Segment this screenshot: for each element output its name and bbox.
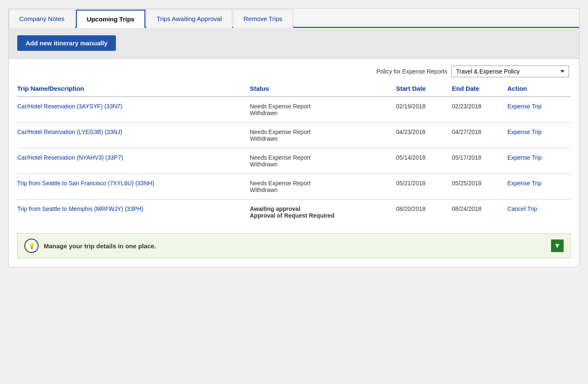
- trip-name-link[interactable]: Car/Hotel Reservation (3AYSYF) (33N7): [17, 103, 122, 110]
- trip-start-date: 02/19/2018: [396, 97, 452, 123]
- trips-table: Trip Name/Description Status Start Date …: [17, 81, 571, 225]
- tab-remove-trips[interactable]: Remove Trips: [233, 10, 293, 28]
- trip-name-link[interactable]: Trip from Seattle to Memphis (MRFWJY) (3…: [17, 205, 144, 212]
- trip-action-link[interactable]: Expense Trip: [507, 103, 542, 110]
- tab-upcoming-trips[interactable]: Upcoming Trips: [76, 10, 145, 28]
- col-header-trip-name: Trip Name/Description: [17, 81, 250, 97]
- trip-action-link[interactable]: Expense Trip: [507, 129, 542, 135]
- table-row: Trip from Seattle to Memphis (MRFWJY) (3…: [17, 200, 571, 225]
- table-row: Car/Hotel Reservation (NYAHV3) (33P7)Nee…: [17, 148, 571, 174]
- info-bar-left: 💡 Manage your trip details in one place.: [24, 239, 156, 253]
- table-row: Trip from Seattle to San Francisco (7XYL…: [17, 174, 571, 200]
- policy-label: Policy for Expense Reports: [376, 68, 447, 75]
- trip-end-date: 05/25/2018: [452, 174, 507, 200]
- trip-name-link[interactable]: Car/Hotel Reservation (LYEG3B) (33NJ): [17, 129, 122, 135]
- trip-status: Awaiting approvalApproval of Request Req…: [250, 200, 396, 225]
- col-header-status: Status: [250, 81, 396, 97]
- trip-action-link[interactable]: Expense Trip: [507, 154, 542, 161]
- trip-status: Needs Expense ReportWithdrawn: [250, 174, 396, 200]
- trip-start-date: 04/23/2018: [396, 123, 452, 148]
- trip-end-date: 04/27/2018: [452, 123, 507, 148]
- policy-select[interactable]: Travel & Expense Policy: [452, 66, 569, 77]
- policy-row: Policy for Expense Reports Travel & Expe…: [9, 59, 579, 81]
- info-bar: 💡 Manage your trip details in one place.…: [17, 233, 571, 258]
- table-row: Car/Hotel Reservation (LYEG3B) (33NJ)Nee…: [17, 123, 571, 148]
- info-bar-collapse-button[interactable]: ▼: [551, 239, 564, 252]
- lightbulb-icon: 💡: [28, 242, 35, 249]
- info-bar-text: Manage your trip details in one place.: [44, 242, 156, 250]
- trip-end-date: 02/23/2018: [452, 97, 507, 123]
- info-icon: 💡: [24, 239, 39, 253]
- add-itinerary-button[interactable]: Add new itinerary manually: [17, 35, 116, 51]
- trip-end-date: 08/24/2018: [452, 200, 507, 225]
- table-row: Car/Hotel Reservation (3AYSYF) (33N7)Nee…: [17, 97, 571, 123]
- trip-status: Needs Expense ReportWithdrawn: [250, 148, 396, 174]
- col-header-start-date: Start Date: [396, 81, 452, 97]
- tab-bar: Company Notes Upcoming Trips Trips Await…: [9, 9, 579, 28]
- toolbar: Add new itinerary manually: [9, 28, 579, 59]
- trip-start-date: 08/20/2018: [396, 200, 452, 225]
- col-header-action: Action: [507, 81, 571, 97]
- trip-status: Needs Expense ReportWithdrawn: [250, 123, 396, 148]
- trips-table-wrapper: Trip Name/Description Status Start Date …: [9, 81, 579, 229]
- trip-end-date: 05/17/2018: [452, 148, 507, 174]
- trip-action-link[interactable]: Cancel Trip: [507, 205, 537, 212]
- trip-status: Needs Expense ReportWithdrawn: [250, 97, 396, 123]
- trip-name-link[interactable]: Car/Hotel Reservation (NYAHV3) (33P7): [17, 154, 123, 161]
- tab-content: Add new itinerary manually Policy for Ex…: [9, 28, 579, 258]
- table-header-row: Trip Name/Description Status Start Date …: [17, 81, 571, 97]
- trip-start-date: 05/21/2018: [396, 174, 452, 200]
- tab-company-notes[interactable]: Company Notes: [9, 10, 75, 28]
- trip-start-date: 05/14/2018: [396, 148, 452, 174]
- main-container: Company Notes Upcoming Trips Trips Await…: [8, 8, 580, 267]
- tab-trips-awaiting-approval[interactable]: Trips Awaiting Approval: [146, 10, 232, 28]
- trip-action-link[interactable]: Expense Trip: [507, 180, 542, 187]
- trip-name-link[interactable]: Trip from Seattle to San Francisco (7XYL…: [17, 180, 154, 187]
- col-header-end-date: End Date: [452, 81, 507, 97]
